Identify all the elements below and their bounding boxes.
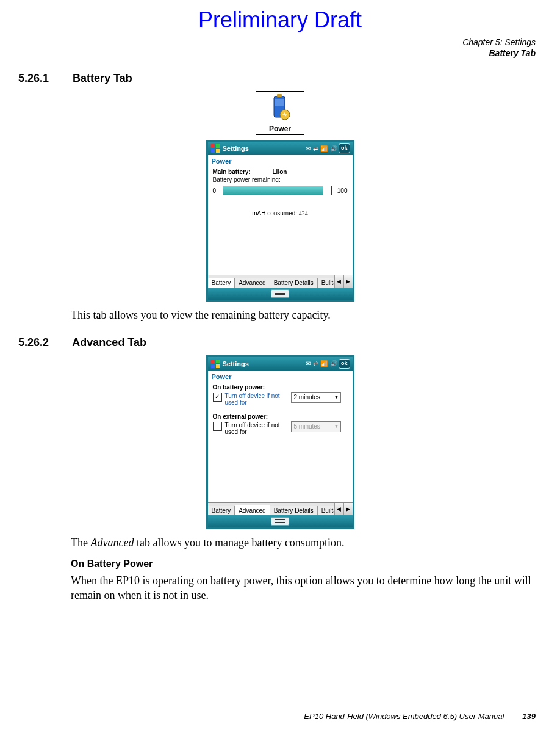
applet-title: Power — [208, 155, 353, 165]
chevron-down-icon: ▼ — [334, 394, 339, 400]
sec2-body-text: The Advanced tab allows you to manage ba… — [71, 535, 540, 550]
volume-icon[interactable]: 🔊 — [330, 145, 337, 152]
svg-rect-6 — [211, 149, 215, 153]
svg-rect-9 — [216, 360, 220, 363]
svg-rect-4 — [211, 144, 215, 148]
advanced-tab-body: On battery power: Turn off device if not… — [208, 380, 353, 502]
window-title: Settings — [223, 145, 306, 152]
tab-strip[interactable]: Battery Advanced Battery Details Built-I… — [208, 275, 353, 288]
section-label: Battery Tab — [18, 48, 536, 59]
on-external-text: Turn off device if not used for — [223, 421, 290, 436]
section-heading-text: Battery Tab — [73, 72, 132, 84]
progress-max: 100 — [334, 187, 348, 194]
progress-min: 0 — [213, 187, 220, 194]
signal-icon[interactable]: 📶 — [320, 145, 328, 152]
main-battery-label: Main battery: — [213, 168, 273, 175]
on-battery-title: On battery power: — [213, 384, 348, 391]
keyboard-icon[interactable] — [271, 517, 289, 526]
power-applet-icon: Power — [256, 91, 304, 135]
sec1-body-text: This tab allows you to view the remainin… — [71, 308, 540, 322]
manual-title: EP10 Hand-Held (Windows Embedded 6.5) Us… — [304, 712, 504, 721]
on-external-dropdown-value: 5 minutes — [294, 423, 320, 430]
window-title: Settings — [223, 360, 306, 367]
keyboard-icon[interactable] — [271, 289, 289, 298]
tab-advanced[interactable]: Advanced — [235, 278, 270, 288]
ok-button[interactable]: ok — [339, 143, 350, 153]
connectivity-icon[interactable]: ⇄ — [313, 145, 318, 152]
tab-battery[interactable]: Battery — [208, 278, 235, 288]
tab-scroll-right[interactable]: ▶ — [343, 503, 353, 515]
titlebar: Settings ✉︎ ⇄ 📶 🔊 ok — [208, 357, 353, 371]
start-icon[interactable] — [210, 143, 220, 153]
advanced-italic: Advanced — [90, 537, 134, 549]
section-number: 5.26.2 — [18, 336, 70, 349]
sip-bar[interactable] — [208, 515, 353, 527]
battery-tab-screenshot: Settings ✉︎ ⇄ 📶 🔊 ok Power Main battery:… — [206, 140, 354, 302]
advanced-tab-screenshot: Settings ✉︎ ⇄ 📶 🔊 ok Power On battery po… — [206, 355, 354, 529]
svg-rect-11 — [216, 364, 220, 368]
chapter-label: Chapter 5: Settings — [18, 37, 536, 48]
on-external-dropdown: 5 minutes ▼ — [291, 421, 341, 432]
battery-progress: 0 100 — [213, 186, 348, 195]
tab-scroll-left[interactable]: ◀ — [334, 275, 343, 288]
notification-icon[interactable]: ✉︎ — [306, 145, 311, 152]
start-icon[interactable] — [210, 359, 220, 369]
progress-bar — [223, 186, 332, 195]
volume-icon[interactable]: 🔊 — [330, 360, 337, 367]
tab-advanced[interactable]: Advanced — [235, 505, 270, 515]
on-battery-checkbox[interactable] — [213, 393, 222, 402]
on-battery-power-heading: On Battery Power — [71, 559, 542, 570]
ok-button[interactable]: ok — [339, 359, 350, 369]
svg-rect-7 — [216, 149, 220, 153]
on-battery-dropdown-value: 2 minutes — [294, 394, 320, 400]
on-external-checkbox[interactable] — [213, 422, 222, 431]
svg-rect-1 — [277, 94, 282, 97]
section-heading-text: Advanced Tab — [72, 336, 146, 349]
battery-tab-body: Main battery: LiIon Battery power remain… — [208, 165, 353, 275]
notification-icon[interactable]: ✉︎ — [306, 360, 311, 367]
tab-battery[interactable]: Battery — [208, 506, 235, 515]
svg-rect-2 — [275, 99, 284, 106]
sip-bar[interactable] — [208, 288, 353, 300]
mah-value: 424 — [299, 210, 308, 217]
svg-rect-8 — [211, 360, 215, 363]
tab-battery-details[interactable]: Battery Details — [270, 506, 318, 515]
page-header: Chapter 5: Settings Battery Tab — [18, 37, 536, 59]
notification-area[interactable]: ✉︎ ⇄ 📶 🔊 — [306, 360, 337, 367]
tab-battery-details[interactable]: Battery Details — [270, 278, 318, 288]
on-battery-text: Turn off device if not used for — [223, 392, 290, 407]
signal-icon[interactable]: 📶 — [320, 360, 328, 367]
power-icon-label: Power — [257, 125, 303, 133]
mah-label: mAH consumed: — [252, 210, 297, 217]
draft-banner: Preliminary Draft — [18, 7, 542, 33]
notification-area[interactable]: ✉︎ ⇄ 📶 🔊 — [306, 145, 337, 152]
tab-scroll-right[interactable]: ▶ — [343, 275, 353, 288]
on-battery-dropdown[interactable]: 2 minutes ▼ — [291, 392, 341, 403]
svg-rect-5 — [216, 144, 220, 148]
connectivity-icon[interactable]: ⇄ — [313, 360, 318, 367]
page-footer: EP10 Hand-Held (Windows Embedded 6.5) Us… — [24, 709, 536, 721]
tab-strip[interactable]: Battery Advanced Battery Details Built-I… — [208, 502, 353, 515]
svg-rect-10 — [211, 364, 215, 368]
applet-title: Power — [208, 371, 353, 380]
battery-icon — [268, 94, 292, 121]
main-battery-value: LiIon — [273, 168, 287, 175]
tab-scroll-left[interactable]: ◀ — [334, 503, 343, 515]
section-5-26-1-title: 5.26.1 Battery Tab — [18, 72, 542, 85]
page-number: 139 — [522, 712, 536, 721]
remaining-label: Battery power remaining: — [213, 176, 348, 183]
section-5-26-2-title: 5.26.2 Advanced Tab — [18, 336, 542, 349]
chevron-down-icon: ▼ — [334, 424, 339, 429]
titlebar: Settings ✉︎ ⇄ 📶 🔊 ok — [208, 142, 353, 155]
on-battery-power-body: When the EP10 is operating on battery po… — [71, 573, 540, 603]
on-external-title: On external power: — [213, 413, 348, 420]
section-number: 5.26.1 — [18, 72, 70, 85]
